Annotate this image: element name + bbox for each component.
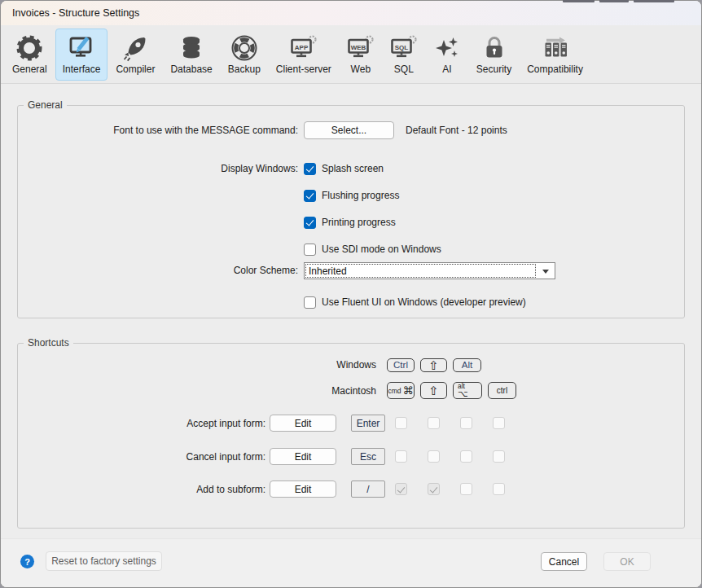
tab-label: Backup	[228, 64, 261, 75]
mac-modifier-keys: cmd ⌘ ⇧ alt ⌥ ctrl	[387, 382, 516, 400]
tab-general[interactable]: General	[5, 29, 55, 81]
ok-button[interactable]: OK	[603, 552, 651, 571]
cmd-key: cmd ⌘	[387, 382, 415, 400]
monitor-pencil-icon	[68, 34, 95, 62]
tab-label: Web	[351, 64, 371, 75]
structure-settings-dialog: Invoices - Structure Settings General	[0, 0, 702, 588]
color-scheme-dropdown[interactable]: Inherited	[304, 262, 555, 279]
help-icon[interactable]: ?	[20, 555, 34, 568]
background-window-sliver	[599, 0, 629, 2]
lock-icon	[480, 34, 508, 62]
modifier-checkbox	[493, 450, 505, 463]
shortcuts-group-label: Shortcuts	[24, 337, 73, 349]
modifier-checkbox	[428, 417, 440, 429]
cmd-glyph: ⌘	[403, 385, 414, 396]
tab-web[interactable]: WEB Web	[340, 29, 382, 81]
checkbox-label: Flushing progress	[322, 190, 399, 201]
color-scheme-label: Color Scheme:	[18, 265, 298, 276]
cancel-edit-button[interactable]: Edit	[270, 448, 336, 465]
shortcuts-group: Shortcuts Windows Ctrl ⇧ Alt Macintosh c…	[17, 343, 685, 529]
tab-label: SQL	[394, 64, 414, 75]
tab-database[interactable]: Database	[163, 29, 219, 81]
checkbox-label: Printing progress	[322, 217, 396, 228]
shift-glyph: ⇧	[428, 359, 439, 371]
sdi-mode-option: Use SDI mode on Windows	[304, 243, 441, 256]
svg-text:SQL: SQL	[395, 43, 409, 50]
tab-backup[interactable]: Backup	[221, 29, 268, 81]
chevron-down-icon[interactable]	[538, 263, 552, 279]
cancel-modifier-checkboxes	[395, 450, 505, 463]
accept-key-display: Enter	[351, 415, 385, 432]
tab-label: Database	[170, 64, 212, 75]
tab-interface[interactable]: Interface	[55, 29, 108, 81]
option-key: alt ⌥	[453, 382, 482, 400]
accept-modifier-checkboxes	[395, 417, 505, 429]
subform-edit-button[interactable]: Edit	[270, 480, 336, 498]
web-server-icon: WEB	[347, 34, 375, 62]
rocket-icon	[121, 34, 149, 62]
tab-compatibility[interactable]: Compatibility	[520, 29, 590, 81]
background-window-sliver	[634, 0, 674, 2]
tab-compiler[interactable]: Compiler	[108, 29, 162, 81]
accept-edit-button[interactable]: Edit	[270, 415, 336, 432]
shift-key: ⇧	[420, 382, 447, 400]
alt-key: Alt	[453, 358, 481, 372]
settings-toolbar: General Interface	[1, 25, 701, 84]
printing-progress-checkbox[interactable]	[304, 217, 316, 229]
message-font-row: Font to use with the MESSAGE command: Se…	[18, 121, 676, 139]
modifier-checkbox	[460, 417, 472, 429]
sparkles-icon	[433, 34, 461, 62]
splash-screen-checkbox[interactable]	[304, 163, 316, 175]
tab-ai[interactable]: AI	[426, 29, 468, 81]
ctrl-key: Ctrl	[387, 358, 415, 372]
window-title: Invoices - Structure Settings	[1, 1, 701, 26]
reset-factory-button[interactable]: Reset to factory settings	[46, 551, 162, 571]
cancel-key-display: Esc	[351, 448, 385, 465]
windows-modifier-keys: Ctrl ⇧ Alt	[387, 358, 481, 372]
font-select-button[interactable]: Select...	[304, 121, 394, 139]
tab-security[interactable]: Security	[469, 29, 519, 81]
sdi-mode-checkbox[interactable]	[304, 244, 316, 256]
modifier-checkbox	[460, 450, 472, 463]
shift-glyph: ⇧	[428, 384, 439, 397]
tab-label: Compatibility	[527, 64, 583, 75]
modifier-checkbox	[428, 483, 440, 495]
cancel-input-form-label: Cancel input form:	[18, 451, 265, 463]
background-window-sliver	[563, 0, 595, 2]
cancel-input-form-row: Cancel input form: Edit Esc	[18, 448, 505, 465]
tab-label: General	[12, 64, 47, 75]
tab-label: Client-server	[276, 64, 331, 75]
display-windows-options: Splash screen Flushing progress Printing…	[304, 162, 441, 256]
tab-sql[interactable]: SQL SQL	[383, 29, 425, 81]
mac-ctrl-key: ctrl	[488, 382, 516, 400]
tab-client-server[interactable]: APP Client-server	[269, 29, 339, 81]
cmd-text: cmd	[388, 387, 401, 395]
add-to-subform-row: Add to subform: Edit /	[18, 480, 505, 498]
svg-text:WEB: WEB	[351, 43, 366, 50]
font-current-value: Default Font - 12 points	[406, 125, 507, 136]
database-icon	[178, 34, 205, 62]
flushing-progress-checkbox[interactable]	[304, 190, 316, 202]
subform-key-display: /	[351, 480, 385, 498]
binders-arrow-icon	[542, 34, 569, 62]
footer-bar: ? Reset to factory settings Cancel OK	[1, 538, 701, 587]
add-to-subform-label: Add to subform:	[18, 484, 265, 495]
modifier-checkbox	[460, 483, 472, 495]
option-glyph: ⌥	[458, 389, 468, 398]
cancel-button[interactable]: Cancel	[541, 552, 587, 571]
general-group-label: General	[24, 99, 67, 111]
modifier-checkbox	[428, 450, 440, 463]
accept-input-form-label: Accept input form:	[18, 418, 265, 429]
flushing-progress-option: Flushing progress	[304, 189, 441, 202]
checkbox-label: Use Fluent UI on Windows (developer prev…	[322, 296, 526, 308]
svg-text:APP: APP	[295, 43, 309, 50]
tab-label: AI	[442, 64, 451, 75]
modifier-checkbox	[395, 450, 407, 463]
gear-icon	[15, 34, 43, 62]
checkbox-label: Splash screen	[322, 163, 384, 174]
accept-input-form-row: Accept input form: Edit Enter	[18, 415, 505, 432]
fluent-ui-checkbox[interactable]	[304, 296, 316, 309]
general-group: General Font to use with the MESSAGE com…	[17, 105, 685, 318]
app-server-icon: APP	[290, 34, 318, 62]
windows-label: Windows	[18, 359, 376, 371]
